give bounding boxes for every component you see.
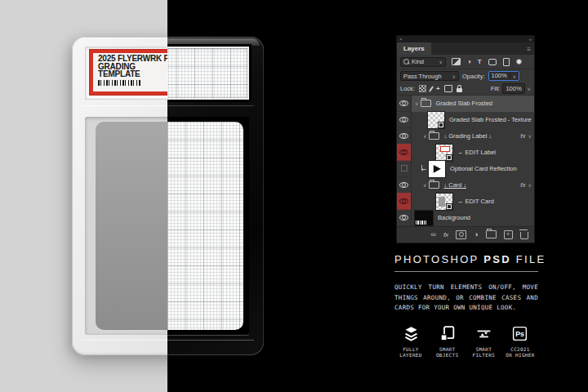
layer-row-graded-slab-frosted[interactable]: ∨ Graded Slab Frosted: [397, 96, 534, 112]
layer-name: ← EDIT Card: [457, 198, 494, 205]
fill-value[interactable]: 100%: [502, 83, 524, 94]
filter-shape-layers-icon[interactable]: [488, 59, 497, 65]
filter-kind-label: Kind: [412, 58, 424, 65]
lock-pixels-brush-icon[interactable]: [429, 86, 434, 92]
layer-name: Optional Card Reflection: [450, 165, 517, 172]
lock-artboard-icon[interactable]: [444, 85, 452, 92]
lock-position-move-icon[interactable]: +: [436, 86, 440, 92]
eye-icon: [399, 100, 408, 106]
feature-fully-layered: FULLYLAYERED: [393, 325, 429, 358]
photoshop-ps-badge-icon: Ps: [511, 325, 528, 342]
feature-label: SMARTFILTERS: [473, 346, 495, 358]
search-icon: [403, 59, 409, 65]
filter-type-layers-icon[interactable]: T: [478, 59, 482, 65]
layer-thumbnail[interactable]: [429, 161, 445, 177]
layer-name: ← EDIT Label: [457, 149, 496, 156]
panel-title-strip: × »: [397, 36, 534, 42]
smart-object-icon: [439, 325, 456, 342]
fx-badge[interactable]: fx: [520, 132, 525, 140]
chevron-down-icon: ∨: [439, 59, 443, 65]
feature-badges: FULLYLAYERED SMARTOBJECTS SMARTFILTERS: [393, 325, 538, 358]
eye-icon: [399, 117, 408, 122]
eye-icon: [399, 182, 408, 188]
layer-thumbnail[interactable]: [428, 112, 444, 128]
layer-thumbnail[interactable]: [436, 145, 452, 161]
body-line: QUICKLY TURN ELEMENTS ON/OFF, MOVE: [394, 283, 538, 293]
chevron-down-icon[interactable]: ∨: [528, 133, 532, 139]
layer-row-background[interactable]: Background: [397, 210, 534, 226]
visibility-toggle[interactable]: [397, 95, 412, 112]
add-layer-mask-icon[interactable]: [456, 230, 466, 239]
panel-toolbar: ∞ fx ◑ +: [397, 226, 534, 243]
fx-badge[interactable]: fx: [520, 181, 525, 189]
body-line: CARDS FOR YOUR OWN UNIQUE LOOK.: [394, 303, 538, 314]
svg-text:Ps: Ps: [516, 330, 525, 338]
feature-label: FULLYLAYERED: [399, 346, 421, 358]
visibility-toggle-highlighted[interactable]: [397, 193, 412, 210]
layer-row-edit-card[interactable]: ← EDIT Card: [397, 194, 534, 210]
body-copy: QUICKLY TURN ELEMENTS ON/OFF, MOVE THING…: [394, 283, 538, 314]
collapse-panel-icon[interactable]: »: [529, 36, 532, 42]
eye-icon: [399, 149, 408, 155]
layer-row-edit-label[interactable]: ← EDIT Label: [397, 145, 534, 161]
chevron-down-icon[interactable]: ∨: [528, 182, 532, 188]
add-adjustment-layer-icon[interactable]: ◑: [474, 230, 478, 238]
layer-name: Graded Slab Frosted - Texture: [449, 116, 532, 123]
mockup-stage: 2025 FLYERWRK PS GRADING TEMPLATE × » La…: [0, 0, 588, 392]
visibility-toggle[interactable]: [397, 111, 412, 128]
lock-label: Lock:: [400, 85, 415, 92]
group-expand-chevron-icon[interactable]: ∨: [415, 100, 418, 106]
layer-row-grading-label-group[interactable]: ∨ ↓ Grading Label ↓ fx ∨: [397, 128, 534, 145]
panel-tab-row: Layers ≡: [397, 42, 534, 55]
opacity-label: Opacity:: [462, 73, 485, 80]
heading-psd-bold: PSD: [483, 253, 511, 265]
layer-effects-group[interactable]: fx ∨: [520, 181, 534, 189]
chevron-down-icon[interactable]: ∨: [510, 72, 519, 80]
filter-smart-objects-icon[interactable]: [503, 58, 510, 66]
feature-cc2021: Ps CC2021OR HIGHER: [502, 325, 538, 358]
feature-label: SMARTOBJECTS: [436, 346, 458, 358]
new-layer-icon[interactable]: +: [504, 230, 513, 239]
opacity-control[interactable]: 100% ∨: [488, 71, 519, 81]
chevron-down-icon[interactable]: ∨: [528, 86, 531, 91]
visibility-toggle-highlighted[interactable]: [397, 144, 412, 161]
delete-layer-trash-icon[interactable]: [520, 232, 528, 239]
blend-mode-value: Pass Through: [403, 73, 442, 80]
layer-name: ↓ Card ↓: [443, 181, 466, 189]
filter-pixel-layers-icon[interactable]: [452, 58, 461, 65]
group-expand-chevron-icon[interactable]: ∨: [423, 182, 426, 188]
add-layer-style-fx-icon[interactable]: fx: [443, 231, 448, 238]
layer-row-texture[interactable]: Graded Slab Frosted - Texture: [397, 112, 534, 128]
filter-kind-dropdown[interactable]: Kind ∨: [400, 57, 446, 67]
layer-effects-group[interactable]: fx ∨: [520, 132, 534, 140]
layer-row-card-group[interactable]: ∨ ↓ Card ↓ fx ∨: [397, 177, 534, 194]
layer-row-card-reflection[interactable]: Optional Card Reflection: [397, 161, 534, 177]
feature-smart-objects: SMARTOBJECTS: [430, 325, 466, 358]
layer-name: Graded Slab Frosted: [435, 100, 492, 107]
layer-thumbnail[interactable]: [436, 194, 452, 210]
filter-adjustment-layers-icon[interactable]: ◑: [467, 59, 471, 65]
info-section: PHOTOSHOP PSD FILE QUICKLY TURN ELEMENTS…: [394, 253, 538, 314]
lock-all-padlock-icon[interactable]: [457, 88, 462, 92]
layer-thumbnail[interactable]: [415, 211, 433, 225]
visibility-toggle[interactable]: [397, 160, 412, 177]
blend-mode-dropdown[interactable]: Pass Through ∨: [400, 71, 459, 81]
link-layers-icon[interactable]: ∞: [430, 230, 435, 238]
eye-hidden-icon: [401, 165, 408, 172]
new-group-folder-icon[interactable]: [486, 230, 497, 238]
tab-layers[interactable]: Layers: [397, 42, 431, 55]
lock-transparency-icon[interactable]: [419, 85, 426, 92]
layers-panel: × » Layers ≡ Kind ∨ ◑ T Pass Thr: [396, 35, 535, 243]
visibility-toggle[interactable]: [397, 209, 412, 226]
filter-toggle-icon[interactable]: [516, 59, 522, 65]
opacity-value[interactable]: 100%: [489, 72, 510, 80]
barcode: [98, 80, 140, 86]
group-expand-chevron-icon[interactable]: ∨: [423, 133, 426, 139]
layer-name: ↓ Grading Label ↓: [443, 132, 492, 140]
smart-filters-icon: [475, 325, 492, 342]
visibility-toggle[interactable]: [397, 176, 412, 194]
panel-menu-icon[interactable]: ≡: [527, 45, 531, 55]
close-icon[interactable]: ×: [399, 36, 403, 42]
clipping-mask-arrow-icon: [421, 165, 426, 170]
visibility-toggle[interactable]: [397, 127, 412, 145]
